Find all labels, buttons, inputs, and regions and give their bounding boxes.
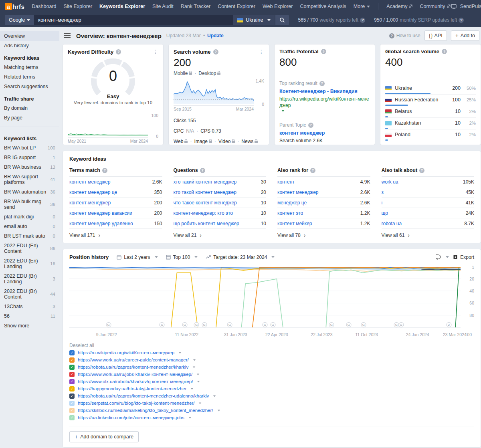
help-icon[interactable]: ? <box>419 168 424 173</box>
nav-item-keywords-explorer[interactable]: Keywords Explorer <box>99 4 145 9</box>
chevron-down-icon[interactable] <box>217 410 220 411</box>
keyword-list-item[interactable]: 13Chats3 <box>0 302 59 311</box>
keyword-list-item[interactable]: 2022 EDU (En) Content86 <box>0 241 59 256</box>
country-name[interactable]: Belarus <box>395 109 452 114</box>
date-range-select[interactable]: Last 2 years <box>117 254 158 260</box>
keyword-link[interactable]: контент менеджер вакансии <box>69 210 132 216</box>
google-update-marker[interactable]: 2 <box>446 322 451 327</box>
help-icon[interactable]: ? <box>308 123 313 128</box>
legend-url-link[interactable]: https://ru.wikipedia.org/wiki/Контент-ме… <box>78 350 174 355</box>
keyword-link[interactable]: контент менеджер удаленно <box>69 221 133 226</box>
keyword-list-item[interactable]: 2022 EDU (Br) Landing3 <box>0 271 59 287</box>
sidebar-item-related-terms[interactable]: Related terms <box>0 72 59 82</box>
keyword-link[interactable]: контент это <box>277 210 303 216</box>
legend-url-link[interactable]: https://www.work.ua/ru/career-guide/cont… <box>78 357 189 362</box>
export-button[interactable]: Export <box>453 254 474 260</box>
google-update-marker[interactable]: G <box>270 322 275 327</box>
sidebar-item-matching-terms[interactable]: Matching terms <box>0 63 59 72</box>
nav-item-rank-tracker[interactable]: Rank Tracker <box>181 4 210 9</box>
keyword-link[interactable]: контент менеджер <box>69 179 111 185</box>
legend-url-link[interactable]: https://www.olx.ua/rabota/kharkov/q-конт… <box>78 379 193 384</box>
menu-toggle-icon[interactable] <box>64 33 71 38</box>
google-update-marker[interactable]: G <box>361 322 366 327</box>
google-update-marker[interactable]: G <box>194 322 199 327</box>
google-update-marker[interactable]: G <box>106 322 111 327</box>
nav-item-community[interactable]: Community <box>420 4 450 9</box>
google-update-marker[interactable]: G <box>263 322 268 327</box>
chevron-down-icon[interactable] <box>199 402 201 404</box>
google-update-marker[interactable]: G <box>346 322 351 327</box>
search-engine-select[interactable]: Google <box>5 15 34 25</box>
legend-url-link[interactable]: https://ua.linkedin.com/jobs/контент-мен… <box>78 415 184 420</box>
country-name[interactable]: Ukraine <box>395 85 449 91</box>
keyword-list-item[interactable]: 2022 EDU (Br) Content44 <box>0 287 59 302</box>
view-all-link[interactable]: View all 61› <box>382 229 475 238</box>
chevron-down-icon[interactable] <box>193 359 196 361</box>
keyword-link[interactable]: з <box>382 190 384 195</box>
google-update-marker[interactable]: G <box>227 322 232 327</box>
keyword-link[interactable]: robota ua <box>382 221 402 226</box>
sidebar-item-by-domain[interactable]: By domain <box>0 103 59 113</box>
sidebar-item-overview[interactable]: Overview <box>0 31 59 41</box>
view-all-link[interactable]: View all 21› <box>174 229 267 238</box>
google-update-marker[interactable]: G <box>202 322 207 327</box>
nav-item-site-audit[interactable]: Site Audit <box>152 4 174 9</box>
update-link[interactable]: Update <box>207 33 224 38</box>
chevron-down-icon[interactable] <box>193 366 195 368</box>
help-icon[interactable]: ? <box>116 49 121 54</box>
sidebar-item-search-suggestions[interactable]: Search suggestions <box>0 82 59 91</box>
desktop-filter[interactable]: Desktop <box>198 71 220 76</box>
keyword-link[interactable]: контент мейкер <box>277 221 312 226</box>
news-filter[interactable]: News <box>241 139 258 144</box>
api-button[interactable]: { }API <box>424 30 447 41</box>
chevron-down-icon[interactable] <box>197 381 200 382</box>
kebab-menu-icon[interactable]: ⋮ <box>259 48 264 55</box>
keyword-list-item[interactable]: BR WA automation36 <box>0 187 59 197</box>
keyword-link[interactable]: контент <box>277 179 295 185</box>
keyword-list-item[interactable]: BR WA support platforms41 <box>0 172 59 187</box>
legend-url-link[interactable]: https://robota.ua/ru/zapros/kontent-mene… <box>78 394 209 398</box>
keyword-link[interactable]: хто такий контент менеджер <box>174 179 237 185</box>
help-icon[interactable]: ? <box>360 18 365 23</box>
nav-item-competitive-analysis[interactable]: Competitive Analysis <box>300 4 346 9</box>
keyword-list-item[interactable]: BR IG support1 <box>0 153 59 162</box>
legend-checkbox[interactable]: ✓ <box>69 372 75 377</box>
view-all-link[interactable]: View all 171› <box>69 229 162 238</box>
help-icon[interactable]: ? <box>102 168 107 173</box>
chevron-down-icon[interactable] <box>179 352 181 353</box>
web-filter[interactable]: Web <box>174 139 188 144</box>
legend-url-link[interactable]: https://serpstat.com/ru/blog/kto-takoj-k… <box>78 401 194 406</box>
legend-url-link[interactable]: https://robota.ua/ru/zapros/kontent-mene… <box>78 365 188 369</box>
mobile-filter[interactable]: Mobile <box>174 71 192 76</box>
chevron-down-icon[interactable] <box>197 373 199 375</box>
legend-checkbox[interactable]: ✓ <box>69 365 75 370</box>
view-all-link[interactable]: View all 78› <box>277 229 370 238</box>
keyword-list-item[interactable]: BR WA bot LP100 <box>0 143 59 153</box>
country-name[interactable]: Russian Federation <box>395 97 449 103</box>
help-icon[interactable]: ? <box>200 168 205 173</box>
keyword-list-item[interactable]: BR LST mark auto0 <box>0 231 59 241</box>
legend-checkbox[interactable]: ✓ <box>69 379 75 384</box>
nav-item-web-explorer[interactable]: Web Explorer <box>263 4 293 9</box>
google-update-marker[interactable]: G <box>329 322 334 327</box>
sidebar-item-ads-history[interactable]: Ads history <box>0 41 59 50</box>
help-icon[interactable]: ? <box>321 49 326 54</box>
deselect-all-link[interactable]: Deselect all <box>69 343 94 348</box>
help-icon[interactable]: ? <box>310 168 315 173</box>
help-icon[interactable]: ? <box>213 49 218 54</box>
legend-checkbox[interactable]: ✓ <box>69 415 75 420</box>
country-name[interactable]: Kazakhstan <box>395 120 452 126</box>
legend-url-link[interactable]: https://www.work.ua/ru/jobs-kharkiv-конт… <box>78 372 192 377</box>
legend-checkbox[interactable]: ✓ <box>69 401 75 406</box>
keyword-list-item[interactable]: BR WA business13 <box>0 162 59 172</box>
help-icon[interactable]: ? <box>459 18 464 23</box>
ahrefs-logo[interactable]: a hrfs <box>5 3 24 10</box>
legend-checkbox[interactable]: ✓ <box>69 350 75 355</box>
video-filter[interactable]: Video <box>218 139 235 144</box>
legend-checkbox[interactable]: ✓ <box>69 357 75 363</box>
legend-checkbox[interactable]: ✓ <box>69 394 75 399</box>
kebab-menu-icon[interactable]: ⋮ <box>153 48 158 55</box>
top-positions-select[interactable]: Top 100 <box>166 254 198 260</box>
top-result-url[interactable]: https://ru.wikipedia.org/wiki/Контент-ме… <box>279 96 370 109</box>
keyword-link[interactable]: що <box>382 210 388 216</box>
